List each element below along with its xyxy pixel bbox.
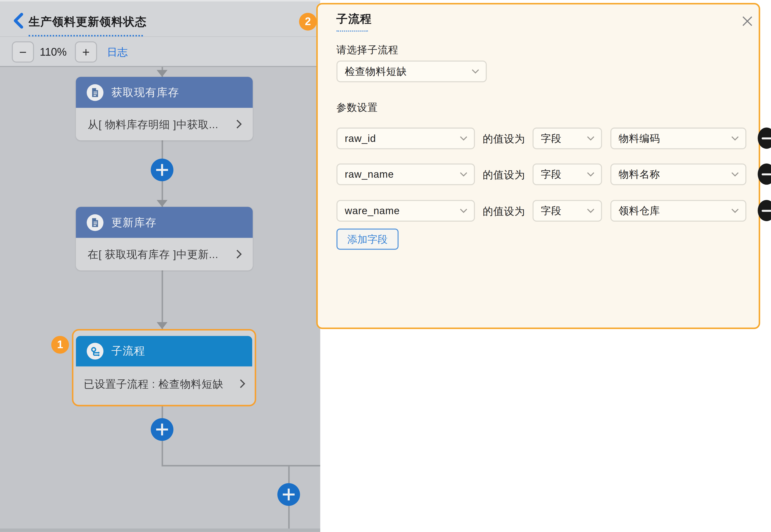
node-summary: 已设置子流程 : 检查物料短缺 bbox=[84, 377, 223, 391]
chevron-right-icon bbox=[236, 249, 242, 259]
panel-title: 子流程 bbox=[336, 11, 372, 27]
node-summary: 从[ 物料库存明细 ]中获取... bbox=[88, 117, 219, 131]
field-value-select[interactable]: 物料名称 bbox=[610, 164, 746, 185]
chevron-down-icon bbox=[587, 136, 595, 141]
data-record-icon bbox=[87, 84, 103, 101]
chevron-down-icon bbox=[731, 136, 739, 141]
param-name-select[interactable]: raw_name bbox=[336, 164, 475, 185]
chevron-down-icon bbox=[731, 208, 739, 213]
chevron-down-icon bbox=[587, 172, 595, 177]
node-title: 更新库存 bbox=[111, 215, 157, 230]
set-value-text: 的值设为 bbox=[483, 204, 532, 218]
node-summary-row[interactable]: 已设置子流程 : 检查物料短缺 bbox=[76, 367, 252, 401]
chevron-right-icon bbox=[236, 119, 242, 129]
close-icon bbox=[741, 15, 753, 27]
step-badge-1: 1 bbox=[51, 336, 69, 354]
subprocess-select-value: 检查物料短缺 bbox=[345, 65, 407, 78]
zoom-in-button[interactable]: + bbox=[75, 41, 97, 63]
close-button[interactable] bbox=[739, 13, 755, 29]
node-header: 子流程 bbox=[76, 336, 252, 367]
minus-icon: − bbox=[19, 46, 27, 59]
field-value: 物料名称 bbox=[619, 167, 660, 181]
params-section-label: 参数设置 bbox=[336, 100, 378, 114]
value-source-value: 字段 bbox=[541, 167, 562, 181]
add-field-button[interactable]: 添加字段 bbox=[336, 229, 398, 250]
set-value-text: 的值设为 bbox=[483, 132, 532, 146]
node-update-stock[interactable]: 更新库存 在[ 获取现有库存 ]中更新... bbox=[76, 207, 253, 270]
chevron-down-icon bbox=[460, 172, 467, 177]
node-summary-row[interactable]: 在[ 获取现有库存 ]中更新... bbox=[76, 238, 253, 270]
page-title: 生产领料更新领料状态 bbox=[29, 14, 147, 29]
add-node-icon bbox=[277, 483, 300, 506]
connector-line-horizontal bbox=[161, 465, 320, 467]
node-title: 获取现有库存 bbox=[111, 85, 179, 100]
panel-title-dotted-underline bbox=[336, 31, 368, 32]
minus-icon bbox=[762, 210, 771, 212]
param-name-value: ware_name bbox=[345, 205, 400, 217]
add-node-button[interactable] bbox=[151, 159, 173, 181]
node-subprocess-selected[interactable]: 子流程 已设置子流程 : 检查物料短缺 bbox=[72, 329, 256, 406]
value-source-value: 字段 bbox=[541, 204, 562, 218]
zoom-level: 110% bbox=[35, 41, 71, 63]
chevron-right-icon bbox=[240, 379, 245, 389]
param-name-select[interactable]: ware_name bbox=[336, 200, 475, 222]
minus-icon bbox=[762, 173, 771, 175]
add-node-icon bbox=[151, 418, 173, 441]
subprocess-select[interactable]: 检查物料短缺 bbox=[336, 61, 487, 82]
workflow-editor: 生产领料更新领料状态 − 110% + 日志 bbox=[0, 0, 320, 532]
node-summary-row[interactable]: 从[ 物料库存明细 ]中获取... bbox=[76, 108, 253, 140]
title-dotted-underline bbox=[29, 35, 143, 36]
value-source-value: 字段 bbox=[541, 131, 562, 145]
chevron-down-icon bbox=[460, 136, 467, 141]
node-title: 子流程 bbox=[111, 344, 145, 359]
chevron-down-icon bbox=[731, 172, 739, 177]
node-header: 更新库存 bbox=[76, 207, 253, 238]
plus-icon: + bbox=[82, 46, 90, 59]
subprocess-panel: 子流程 请选择子流程 检查物料短缺 参数设置 raw_id 的值设为 字段 bbox=[316, 3, 760, 329]
back-button[interactable] bbox=[12, 12, 27, 29]
field-value: 领料仓库 bbox=[619, 204, 660, 218]
chevron-down-icon bbox=[471, 69, 479, 74]
chevron-down-icon bbox=[587, 208, 595, 213]
add-node-button[interactable] bbox=[151, 418, 173, 441]
value-source-select[interactable]: 字段 bbox=[533, 127, 602, 149]
header-bar: 生产领料更新领料状态 bbox=[0, 0, 320, 37]
data-record-icon bbox=[87, 214, 103, 231]
connector-arrow bbox=[157, 70, 167, 77]
back-chevron-icon bbox=[15, 14, 22, 27]
minus-icon bbox=[762, 137, 771, 139]
param-name-select[interactable]: raw_id bbox=[336, 127, 475, 149]
param-name-value: raw_name bbox=[345, 169, 394, 180]
field-value-select[interactable]: 物料编码 bbox=[610, 127, 746, 149]
param-name-value: raw_id bbox=[345, 133, 376, 144]
subprocess-select-label: 请选择子流程 bbox=[336, 43, 398, 57]
log-link[interactable]: 日志 bbox=[107, 41, 128, 63]
app-window: 生产领料更新领料状态 − 110% + 日志 bbox=[0, 0, 771, 532]
zoom-out-button[interactable]: − bbox=[12, 41, 34, 63]
step-badge-2: 2 bbox=[299, 13, 317, 31]
chevron-down-icon bbox=[460, 208, 467, 213]
canvas-edge bbox=[0, 529, 320, 532]
field-value: 物料编码 bbox=[619, 131, 660, 145]
add-node-button[interactable] bbox=[277, 483, 300, 506]
flow-canvas[interactable]: 获取现有库存 从[ 物料库存明细 ]中获取... bbox=[0, 67, 320, 532]
node-header: 获取现有库存 bbox=[76, 77, 253, 108]
value-source-select[interactable]: 字段 bbox=[533, 200, 602, 222]
node-summary: 在[ 获取现有库存 ]中更新... bbox=[88, 247, 219, 261]
toolbar: − 110% + 日志 bbox=[0, 37, 320, 67]
add-node-icon bbox=[151, 159, 173, 181]
connector-arrow bbox=[157, 322, 167, 329]
connector-arrow bbox=[157, 200, 167, 207]
set-value-text: 的值设为 bbox=[483, 168, 532, 182]
field-value-select[interactable]: 领料仓库 bbox=[610, 200, 746, 222]
subprocess-icon bbox=[87, 343, 103, 360]
value-source-select[interactable]: 字段 bbox=[533, 164, 602, 185]
node-get-stock[interactable]: 获取现有库存 从[ 物料库存明细 ]中获取... bbox=[76, 77, 253, 140]
